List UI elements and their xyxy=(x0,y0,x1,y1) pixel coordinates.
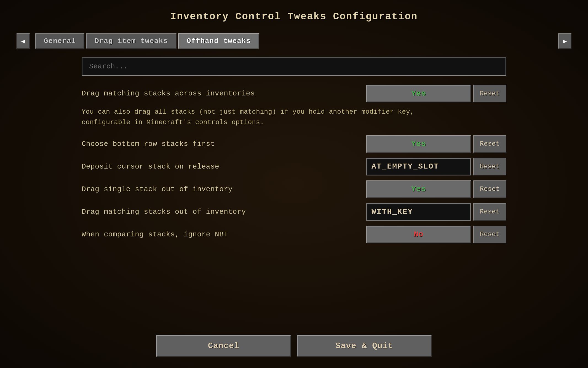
setting-label-drag-matching-out: Drag matching stacks out of inventory xyxy=(82,208,366,216)
setting-label-ignore-nbt: When comparing stacks, ignore NBT xyxy=(82,230,366,239)
setting-label-bottom-row: Choose bottom row stacks first xyxy=(82,140,366,148)
setting-row-deposit: Deposit cursor stack on release AT_EMPTY… xyxy=(82,157,506,176)
value-btn-drag-matching[interactable]: Yes xyxy=(366,85,471,102)
setting-controls-drag-single: Yes Reset xyxy=(366,180,506,198)
setting-row-drag-matching-out: Drag matching stacks out of inventory WI… xyxy=(82,202,506,221)
setting-label-drag-matching: Drag matching stacks across inventories xyxy=(82,89,366,98)
value-btn-bottom-row[interactable]: Yes xyxy=(366,135,471,153)
setting-row-drag-matching: Drag matching stacks across inventories … xyxy=(82,84,506,103)
search-input[interactable] xyxy=(82,57,506,76)
bottom-bar: Cancel Save & Quit xyxy=(156,335,432,357)
tabs-row: ◀ General Drag item tweaks Offhand tweak… xyxy=(0,33,588,49)
reset-btn-bottom-row[interactable]: Reset xyxy=(473,135,506,153)
value-btn-drag-single[interactable]: Yes xyxy=(366,180,471,198)
reset-btn-drag-single[interactable]: Reset xyxy=(473,180,506,198)
setting-controls-deposit: AT_EMPTY_SLOT Reset xyxy=(366,158,506,175)
setting-label-deposit: Deposit cursor stack on release xyxy=(82,162,366,171)
nav-arrow-left[interactable]: ◀ xyxy=(17,33,30,49)
search-wrapper xyxy=(82,57,506,76)
page-wrapper: Inventory Control Tweaks Configuration ◀… xyxy=(0,0,588,368)
setting-label-drag-single: Drag single stack out of inventory xyxy=(82,185,366,193)
setting-controls-ignore-nbt: No Reset xyxy=(366,226,506,243)
setting-row-ignore-nbt: When comparing stacks, ignore NBT No Res… xyxy=(82,225,506,244)
tab-general[interactable]: General xyxy=(35,33,84,49)
content-area: Drag matching stacks across inventories … xyxy=(82,57,506,248)
reset-btn-drag-matching[interactable]: Reset xyxy=(473,85,506,102)
setting-controls-bottom-row: Yes Reset xyxy=(366,135,506,153)
reset-btn-ignore-nbt[interactable]: Reset xyxy=(473,226,506,243)
cancel-button[interactable]: Cancel xyxy=(156,335,291,357)
tab-drag-item-tweaks[interactable]: Drag item tweaks xyxy=(86,33,177,49)
setting-row-bottom-row: Choose bottom row stacks first Yes Reset xyxy=(82,135,506,153)
value-btn-deposit[interactable]: AT_EMPTY_SLOT xyxy=(366,158,471,175)
reset-btn-deposit[interactable]: Reset xyxy=(473,158,506,175)
tab-offhand-tweaks[interactable]: Offhand tweaks xyxy=(178,33,259,49)
value-btn-drag-matching-out[interactable]: WITH_KEY xyxy=(366,203,471,221)
page-title: Inventory Control Tweaks Configuration xyxy=(170,11,418,22)
setting-controls-drag-matching-out: WITH_KEY Reset xyxy=(366,203,506,221)
reset-btn-drag-matching-out[interactable]: Reset xyxy=(473,203,506,221)
save-quit-button[interactable]: Save & Quit xyxy=(297,335,432,357)
value-btn-ignore-nbt[interactable]: No xyxy=(366,226,471,243)
tabs-container: General Drag item tweaks Offhand tweaks xyxy=(35,33,259,49)
info-text: You can also drag all stacks (not just m… xyxy=(82,107,506,128)
nav-arrow-right[interactable]: ▶ xyxy=(558,33,571,49)
setting-controls-drag-matching: Yes Reset xyxy=(366,85,506,102)
setting-row-drag-single: Drag single stack out of inventory Yes R… xyxy=(82,180,506,199)
